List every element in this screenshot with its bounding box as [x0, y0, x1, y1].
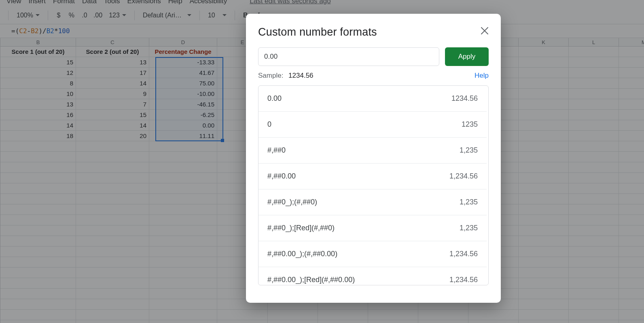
close-button[interactable]	[480, 26, 489, 36]
format-pattern: #,##0_);[Red](#,##0)	[267, 224, 335, 232]
custom-number-formats-dialog: Custom number formats Apply Sample: 1234…	[246, 14, 501, 303]
format-preview: 1,234.56	[449, 250, 478, 258]
format-preview: 1,234.56	[449, 172, 478, 181]
format-preset-item[interactable]: #,##0.00_);[Red](#,##0.00)1,234.56	[258, 267, 487, 285]
close-icon	[481, 27, 488, 34]
format-pattern: #,##0	[267, 146, 286, 155]
format-preset-item[interactable]: #,##0_);[Red](#,##0)1,235	[258, 215, 487, 241]
sample-value: 1234.56	[288, 72, 313, 79]
format-preview: 1,235	[460, 146, 478, 155]
format-pattern: #,##0.00_);(#,##0.00)	[267, 250, 337, 258]
format-pattern: #,##0_);(#,##0)	[267, 198, 317, 206]
format-pattern: 0	[267, 120, 271, 129]
format-pattern: #,##0.00_);[Red](#,##0.00)	[267, 276, 355, 284]
format-preset-item[interactable]: #,##0.00_);(#,##0.00)1,234.56	[258, 241, 487, 267]
format-pattern: 0.00	[267, 94, 282, 103]
format-preset-item[interactable]: #,##0.001,234.56	[258, 164, 487, 189]
sample-label: Sample:	[258, 72, 283, 79]
format-preset-list[interactable]: 0.001234.5601235#,##01,235#,##0.001,234.…	[258, 86, 488, 285]
format-preview: 1234.56	[451, 94, 478, 103]
format-preset-item[interactable]: 01235	[258, 112, 487, 138]
format-preview: 1,235	[460, 224, 478, 232]
format-pattern-input[interactable]	[258, 47, 439, 66]
format-preview: 1,235	[460, 198, 478, 206]
format-preview: 1235	[462, 120, 478, 129]
dialog-title: Custom number formats	[258, 26, 489, 38]
help-link[interactable]: Help	[475, 72, 489, 80]
format-pattern: #,##0.00	[267, 172, 296, 181]
apply-button[interactable]: Apply	[445, 47, 489, 66]
format-preset-item[interactable]: #,##0_);(#,##0)1,235	[258, 189, 487, 215]
format-preset-item[interactable]: 0.001234.56	[258, 86, 487, 112]
format-preset-item[interactable]: #,##01,235	[258, 138, 487, 164]
format-preview: 1,234.56	[449, 276, 478, 284]
